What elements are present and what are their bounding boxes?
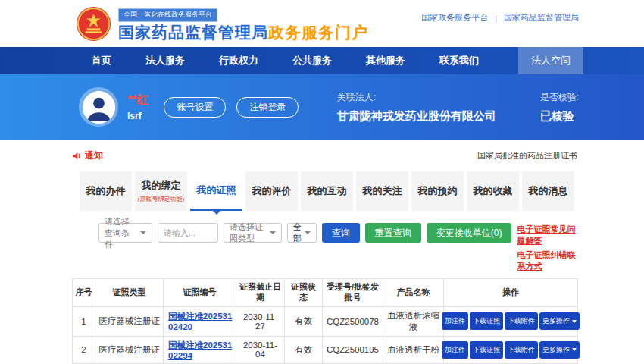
col-status: 证照状态 [285, 279, 323, 307]
national-emblem-icon [76, 6, 111, 42]
tab-my-interactions[interactable]: 我的互动 [301, 171, 353, 211]
tab-sub-label: (原账号绑定功能) [138, 195, 184, 203]
link-nmpa[interactable]: 国家药品监督管理局 [504, 12, 579, 24]
query-condition-select[interactable]: 请选择查询条件 [98, 223, 152, 243]
cert-number-link[interactable]: 国械注准20253102420 [168, 311, 233, 331]
cell-seq: 2 [73, 336, 95, 363]
cell-status: 有效 [285, 336, 323, 363]
download-cert-button[interactable]: 下载证照 [470, 341, 503, 359]
cell-actions: 加注件 下载证照 下载附件 更多操作 [444, 306, 578, 336]
tab-my-certificates[interactable]: 我的证照 [190, 171, 242, 211]
cert-number-link[interactable]: 国械注准20253102294 [168, 340, 233, 360]
scope-select[interactable]: 全部 [287, 223, 317, 243]
nav-item-contact[interactable]: 联系我们 [439, 54, 479, 67]
tab-my-messages[interactable]: 我的消息 [522, 171, 574, 211]
tab-label: 我的关注 [363, 184, 402, 198]
help-links: 电子证照常见问题解答 电子证照纠错联系方式 [517, 223, 577, 272]
change-receiver-button[interactable]: 变更接收单位(0) [427, 223, 512, 243]
title-secondary: 政务服务门户 [268, 24, 368, 41]
tab-label: 我的消息 [529, 184, 568, 198]
tab-my-follows[interactable]: 我的关注 [356, 171, 408, 211]
tab-my-applications[interactable]: 我的办件 [80, 171, 132, 211]
logo-group: 全国一体化在线政务服务平台 国家药品监督管理局政务服务门户 [76, 6, 368, 42]
verify-block: 是否核验: 已核验 [540, 91, 579, 124]
cell-product: 血液透析干粉 [383, 336, 444, 363]
reset-button[interactable]: 重置查询 [365, 223, 421, 243]
query-input[interactable] [158, 223, 218, 243]
download-attachment-button[interactable]: 下载附件 [505, 312, 538, 330]
notice-text[interactable]: 国家局批准的药品注册证书 [477, 150, 577, 162]
col-product: 产品名称 [383, 279, 444, 307]
tab-my-evaluations[interactable]: 我的评价 [245, 171, 298, 211]
profile-tabs: 我的办件 我的绑定 (原账号绑定功能) 我的证照 我的评价 我的互动 我的关注 … [80, 171, 577, 211]
active-tab-indicator [213, 211, 220, 215]
related-legal-block: 关联法人: 甘肃陇神戎发药业股份有限公司 [337, 91, 496, 124]
logout-button[interactable]: 注销登录 [236, 97, 299, 118]
col-actions: 操作 [444, 279, 578, 307]
platform-badge: 全国一体化在线政务服务平台 [118, 8, 217, 22]
user-banner: **红 lsrf 账号设置 注销登录 关联法人: 甘肃陇神戎发药业股份有限公司 … [0, 74, 644, 140]
table-row: 2 医疗器械注册证 国械注准20253102294 2030-11-04 有效 … [73, 336, 578, 363]
cell-product: 血液透析浓缩液 [383, 306, 444, 336]
main-content: 通知 国家局批准的药品注册证书 我的办件 我的绑定 (原账号绑定功能) 我的证照… [0, 144, 644, 364]
cell-cert-type: 医疗器械注册证 [95, 306, 164, 336]
faq-link[interactable]: 电子证照常见问题解答 [517, 224, 577, 246]
cell-expiry: 2030-11-27 [236, 306, 285, 336]
nav-item-legal-services[interactable]: 法人服务 [145, 54, 185, 67]
notice-bar: 通知 国家局批准的药品注册证书 [72, 144, 577, 167]
cell-status: 有效 [285, 306, 323, 336]
tab-label: 我的预约 [418, 184, 458, 198]
chevron-down-icon [270, 231, 276, 234]
tab-my-reservations[interactable]: 我的预约 [411, 171, 464, 211]
cert-type-value: 请选择证照类型 [230, 221, 267, 244]
add-annotation-button[interactable]: 加注件 [442, 341, 468, 359]
verify-label: 是否核验: [540, 91, 579, 104]
avatar [79, 87, 118, 127]
col-cert-type: 证照类型 [95, 279, 164, 307]
more-actions-label: 更多操作 [542, 316, 570, 326]
account-settings-button[interactable]: 账号设置 [164, 97, 226, 118]
cert-type-select[interactable]: 请选择证照类型 [224, 223, 282, 243]
tab-label: 我的证照 [197, 184, 236, 197]
cell-cert-type: 医疗器械注册证 [95, 336, 164, 363]
related-legal-value: 甘肃陇神戎发药业股份有限公司 [337, 109, 496, 124]
error-contact-link[interactable]: 电子证照纠错联系方式 [517, 249, 577, 272]
cell-expiry: 2030-11-04 [236, 336, 285, 363]
table-row: 1 医疗器械注册证 国械注准20253102420 2030-11-27 有效 … [73, 306, 578, 336]
nav-item-other-services[interactable]: 其他服务 [366, 54, 405, 67]
chevron-down-icon [572, 348, 577, 351]
chevron-down-icon [572, 320, 577, 323]
tab-my-favorites[interactable]: 我的收藏 [467, 171, 519, 211]
cell-cert-number: 国械注准20253102294 [164, 336, 236, 363]
download-cert-button[interactable]: 下载证照 [470, 312, 503, 330]
site-title-block: 全国一体化在线政务服务平台 国家药品监督管理局政务服务门户 [118, 6, 368, 41]
cell-acceptance: CQZ2500195 [323, 336, 383, 363]
link-national-gov-platform[interactable]: 国家政务服务平台 [421, 12, 488, 24]
banner-right-info: 关联法人: 甘肃陇神戎发药业股份有限公司 是否核验: 已核验 [337, 91, 579, 124]
page-title: 国家药品监督管理局政务服务门户 [118, 24, 368, 41]
nav-item-home[interactable]: 首页 [92, 54, 111, 67]
download-attachment-button[interactable]: 下载附件 [505, 341, 538, 359]
nav-item-public-services[interactable]: 公共服务 [292, 54, 332, 67]
tab-my-binding[interactable]: 我的绑定 (原账号绑定功能) [135, 171, 187, 211]
add-annotation-button[interactable]: 加注件 [442, 312, 468, 330]
nav-item-admin-power[interactable]: 行政权力 [219, 54, 258, 67]
table-header-row: 序号 证照类型 证照编号 证照截止日期 证照状态 受理号/批签发批号 产品名称 … [73, 279, 578, 307]
cell-seq: 1 [73, 306, 95, 336]
query-condition-value: 请选择查询条件 [105, 216, 137, 250]
search-button[interactable]: 查询 [322, 223, 360, 243]
scope-value: 全部 [293, 221, 302, 244]
username: **红 [127, 93, 148, 108]
more-actions-button[interactable]: 更多操作 [539, 312, 580, 330]
tab-label: 我的收藏 [474, 184, 513, 198]
more-actions-button[interactable]: 更多操作 [539, 341, 580, 359]
link-divider: | [495, 14, 497, 23]
col-expiry: 证照截止日期 [236, 279, 285, 307]
certificates-table: 序号 证照类型 证照编号 证照截止日期 证照状态 受理号/批签发批号 产品名称 … [72, 278, 578, 364]
speaker-icon [72, 151, 82, 161]
more-actions-label: 更多操作 [542, 345, 570, 355]
chevron-down-icon [305, 231, 311, 234]
chevron-down-icon [140, 231, 146, 234]
nav-item-legal-space[interactable]: 法人空间 [518, 47, 583, 74]
cell-acceptance: CQZ2500078 [323, 306, 383, 336]
